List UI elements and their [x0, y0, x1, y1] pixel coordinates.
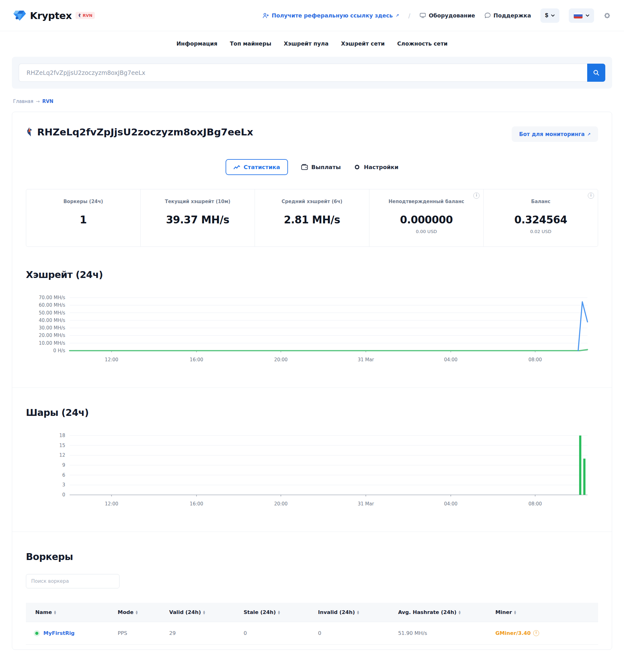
worker-stale: 0 — [240, 622, 315, 645]
worker-invalid: 0 — [315, 622, 395, 645]
svg-text:20:00: 20:00 — [274, 501, 288, 507]
support-link[interactable]: Поддержка — [485, 12, 531, 19]
hashrate-section-title: Хэшрейт (24ч) — [26, 269, 598, 280]
col-valid[interactable]: Valid (24h)▲▼ — [166, 603, 240, 622]
external-arrow-icon: ↗ — [587, 132, 591, 137]
svg-text:12: 12 — [59, 453, 65, 458]
chevron-down-icon — [586, 14, 589, 17]
svg-text:3: 3 — [62, 482, 65, 488]
external-arrow-icon: ↗ — [396, 13, 399, 18]
breadcrumb: Главная → RVN — [13, 99, 611, 104]
referral-link[interactable]: Получите реферальную ссылку здесь ↗ — [263, 12, 399, 19]
brand-name: Kryptex — [30, 10, 72, 21]
subnav-network-difficulty[interactable]: Сложность сети — [397, 41, 448, 47]
stats-row: Воркеры (24ч) 1 Текущий хэшрейт (10м) 39… — [26, 189, 598, 247]
search-button[interactable] — [587, 63, 605, 82]
svg-text:0 H/s: 0 H/s — [53, 348, 66, 354]
col-avg-hashrate[interactable]: Avg. Hashrate (24h)▲▼ — [395, 603, 492, 622]
svg-text:6: 6 — [62, 472, 65, 478]
subnav-information[interactable]: Информация — [176, 41, 217, 47]
subnav-top-miners[interactable]: Топ майнеры — [230, 41, 271, 47]
stat-workers: Воркеры (24ч) 1 — [26, 189, 141, 247]
monitoring-bot-button[interactable]: Бот для мониторинга ↗ — [512, 126, 598, 142]
svg-text:20.00 MH/s: 20.00 MH/s — [39, 333, 65, 338]
workers-table: Name▲▼ Mode▲▼ Valid (24h)▲▼ Stale (24h)▲… — [26, 603, 598, 645]
sort-icon: ▲▼ — [54, 611, 56, 615]
coin-badge: RVN — [76, 12, 95, 19]
svg-text:20:00: 20:00 — [274, 357, 288, 363]
sort-icon: ▲▼ — [203, 611, 205, 615]
info-icon[interactable]: i — [588, 192, 594, 199]
stat-average-hashrate: Средний хэшрейт (6ч) 2.81 MH/s — [255, 189, 369, 247]
language-selector[interactable] — [569, 8, 594, 23]
table-row: MyFirstRig PPS 29 0 0 51.90 MH/s GMiner/… — [26, 622, 598, 645]
miner-version: GMiner/3.40 — [495, 630, 531, 636]
svg-text:04:00: 04:00 — [444, 501, 458, 507]
svg-text:10.00 MH/s: 10.00 MH/s — [39, 340, 65, 346]
col-name[interactable]: Name▲▼ — [26, 603, 114, 622]
raven-mini-icon — [78, 14, 81, 18]
kryptex-logo[interactable]: Kryptex RVN — [13, 10, 95, 21]
wallet-address-title: RHZeLq2fvZpJjsU2zoczyzm8oxJBg7eeLx — [26, 126, 253, 137]
kryptex-diamond-icon — [13, 10, 26, 21]
svg-text:08:00: 08:00 — [528, 501, 542, 507]
gear-icon — [354, 164, 360, 170]
sort-icon: ▲▼ — [514, 611, 516, 615]
wallet-search-strip — [12, 57, 612, 88]
person-add-icon — [263, 13, 269, 19]
svg-text:18: 18 — [59, 433, 65, 438]
hashrate-chart: 70.00 MH/s60.00 MH/s50.00 MH/s40.00 MH/s… — [26, 293, 600, 368]
worker-name-link[interactable]: MyFirstRig — [43, 630, 75, 636]
svg-text:16:00: 16:00 — [190, 357, 203, 363]
hardware-icon — [420, 13, 426, 18]
search-icon — [593, 69, 600, 76]
worker-search-input[interactable] — [26, 574, 120, 588]
shares-section-title: Шары (24ч) — [26, 407, 598, 418]
worker-mode: PPS — [114, 622, 166, 645]
svg-text:9: 9 — [62, 462, 65, 468]
svg-text:0: 0 — [62, 492, 65, 498]
col-miner[interactable]: Miner▲▼ — [492, 603, 598, 622]
wallet-icon — [301, 164, 308, 170]
currency-selector[interactable]: $ — [540, 8, 560, 23]
svg-text:15: 15 — [59, 443, 65, 448]
col-invalid[interactable]: Invalid (24h)▲▼ — [315, 603, 395, 622]
stat-balance: i Баланс 0.324564 0.02 USD — [484, 189, 598, 247]
subnav-pool-hashrate[interactable]: Хэшрейт пула — [284, 41, 329, 47]
col-mode[interactable]: Mode▲▼ — [114, 603, 166, 622]
section-divider — [12, 387, 612, 388]
wallet-search-input[interactable] — [19, 63, 587, 82]
tab-settings[interactable]: Настройки — [354, 164, 398, 170]
top-bar: Kryptex RVN Получите реферальную ссылку … — [0, 0, 624, 31]
svg-text:12:00: 12:00 — [105, 501, 118, 507]
gear-icon[interactable] — [603, 12, 611, 19]
svg-text:31 Mar: 31 Mar — [358, 501, 374, 507]
stat-unconfirmed-balance: i Неподтвержденный баланс 0.000000 0.00 … — [369, 189, 484, 247]
raven-coin-icon — [26, 127, 33, 137]
miner-warning-icon[interactable]: ! — [533, 630, 539, 636]
online-status-dot — [35, 632, 38, 635]
breadcrumb-current[interactable]: RVN — [42, 99, 53, 104]
nav-separator: / — [409, 12, 410, 19]
svg-text:04:00: 04:00 — [444, 357, 458, 363]
svg-text:60.00 MH/s: 60.00 MH/s — [39, 302, 65, 308]
wallet-card: RHZeLq2fvZpJjsU2zoczyzm8oxJBg7eeLx Бот д… — [12, 112, 612, 650]
svg-text:16:00: 16:00 — [190, 501, 203, 507]
tab-payouts[interactable]: Выплаты — [301, 164, 341, 170]
svg-text:31 Mar: 31 Mar — [358, 357, 374, 363]
chevron-down-icon — [551, 14, 555, 17]
table-header-row: Name▲▼ Mode▲▼ Valid (24h)▲▼ Stale (24h)▲… — [26, 603, 598, 622]
subnav-network-hashrate[interactable]: Хэшрейт сети — [341, 41, 385, 47]
chart-line-icon — [233, 165, 240, 170]
sort-icon: ▲▼ — [357, 611, 359, 615]
tab-statistics[interactable]: Статистика — [226, 159, 288, 175]
col-stale[interactable]: Stale (24h)▲▼ — [240, 603, 315, 622]
workers-section-title: Воркеры — [26, 551, 598, 562]
breadcrumb-home[interactable]: Главная — [13, 99, 33, 104]
svg-text:30.00 MH/s: 30.00 MH/s — [39, 325, 65, 331]
sort-icon: ▲▼ — [136, 611, 137, 615]
shares-chart: 181512963012:0016:0020:0031 Mar04:0008:0… — [26, 431, 600, 512]
breadcrumb-arrow-icon: → — [36, 99, 40, 104]
hardware-link[interactable]: Оборудование — [420, 12, 475, 19]
info-icon[interactable]: i — [473, 192, 479, 199]
